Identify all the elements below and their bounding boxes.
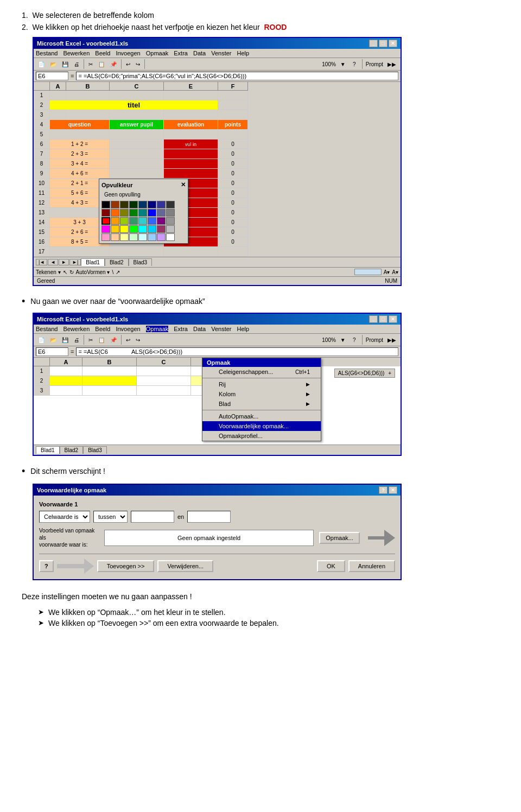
redo-btn[interactable]: ↪ (134, 59, 142, 69)
cell-f3[interactable] (218, 110, 248, 120)
cell-f5[interactable] (218, 130, 248, 139)
cell-c6[interactable] (110, 139, 164, 149)
cell-e3[interactable] (164, 110, 218, 120)
cell-question-header[interactable]: question (50, 120, 110, 130)
fill-color-btn[interactable]: A▾ (384, 269, 390, 275)
restore-btn-2[interactable]: □ (379, 315, 387, 323)
color-swatch-32[interactable] (101, 233, 110, 241)
cell-f16[interactable]: 0 (218, 237, 248, 247)
paste-btn-2[interactable]: 📌 (108, 335, 119, 345)
no-fill-option[interactable]: Geen opvulling (101, 190, 186, 199)
color-swatch-24[interactable] (101, 225, 110, 233)
color-swatch-9[interactable] (111, 209, 119, 217)
cell-a1[interactable] (50, 91, 66, 100)
restore-btn[interactable]: □ (379, 40, 387, 47)
tab-blad2-2[interactable]: Blad2 (60, 446, 84, 454)
dialog-between-select[interactable]: tussen (93, 511, 128, 523)
cell-b1[interactable] (66, 91, 110, 100)
sheet2-c3[interactable] (137, 386, 191, 396)
new-btn[interactable]: 📄 (36, 59, 47, 69)
dialog-condition-type[interactable]: Celwaarde is (39, 511, 90, 523)
dialog-value1-input[interactable] (131, 511, 174, 523)
color-swatch-6[interactable] (157, 201, 166, 208)
color-swatch-11[interactable] (129, 209, 138, 217)
sheet2-b2[interactable] (82, 376, 137, 386)
color-swatch-33[interactable] (111, 233, 119, 241)
zoom-dropdown[interactable]: ▼ (338, 59, 348, 69)
menu-bestand-1[interactable]: Bestand (36, 50, 58, 56)
close-btn[interactable]: ✕ (389, 40, 397, 47)
menu-voorwaardelijk[interactable]: Voorwaardelijke opmaak... (202, 421, 321, 431)
cell-f13[interactable]: 0 (218, 208, 248, 218)
menu-venster-2[interactable]: Venster (211, 326, 231, 332)
cell-f8[interactable]: 0 (218, 159, 248, 169)
cell-c8[interactable] (110, 159, 164, 169)
tab-blad3[interactable]: Blad3 (129, 258, 153, 266)
color-swatch-red[interactable] (101, 217, 110, 225)
menu-opmaak-2[interactable]: Opmaak (146, 326, 169, 332)
cell-answer-header[interactable]: answer pupil (110, 120, 164, 130)
sheet2-b1[interactable] (82, 366, 137, 376)
line-tool[interactable]: \ (112, 269, 113, 275)
color-swatch-1[interactable] (111, 201, 119, 208)
color-swatch-28[interactable] (138, 225, 147, 233)
dialog-ok-button[interactable]: OK (317, 560, 345, 572)
dialog-value2-input[interactable] (187, 511, 231, 523)
color-swatch-3[interactable] (129, 201, 138, 208)
sheet2-a3[interactable] (50, 386, 82, 396)
sheet2-c1[interactable] (137, 366, 191, 376)
menu-opmaakprofiel[interactable]: Opmaakprofiel... (202, 431, 321, 441)
color-swatch-25[interactable] (111, 225, 119, 233)
cell-a8[interactable]: 3 + 4 = (50, 159, 110, 169)
cell-f2[interactable] (218, 100, 248, 110)
copy-btn-2[interactable]: 📋 (96, 335, 107, 345)
menu-rij[interactable]: Rij (202, 379, 321, 389)
dialog-annuleren-button[interactable]: Annuleren (348, 560, 395, 572)
print-btn-2[interactable]: 🖨 (72, 335, 81, 345)
cell-f15[interactable]: 0 (218, 227, 248, 237)
formula-input-1[interactable]: = =ALS(C6=D6;"prima";ALS(C6=G6;"vul in";… (76, 72, 398, 80)
color-picker-close[interactable]: ✕ (181, 181, 186, 188)
color-swatch-2[interactable] (120, 201, 129, 208)
color-swatch-15[interactable] (166, 209, 175, 217)
color-swatch-38[interactable] (157, 233, 166, 241)
cell-a5[interactable] (50, 130, 110, 139)
dialog-opmaak-button[interactable]: Opmaak... (319, 532, 360, 544)
menu-bewerken-2[interactable]: Bewerken (63, 326, 90, 332)
color-swatch-0[interactable] (101, 201, 110, 208)
cell-e7[interactable] (164, 149, 218, 159)
tab-nav-last[interactable]: ►| (69, 259, 81, 265)
cell-ref-2[interactable]: E6 (36, 347, 68, 356)
color-swatch-35[interactable] (129, 233, 138, 241)
dialog-verwijderen-button[interactable]: Verwijderen... (157, 560, 213, 572)
prompt-dropdown-2[interactable]: ▶▶ (385, 335, 398, 345)
help-btn-2[interactable]: ? (350, 335, 359, 345)
menu-blad[interactable]: Blad (202, 399, 321, 409)
sheet2-a2[interactable] (50, 376, 82, 386)
print-btn[interactable]: 🖨 (72, 59, 81, 69)
menu-beeld-1[interactable]: Beeld (95, 50, 110, 56)
menu-opmaak-1[interactable]: Opmaak (146, 50, 169, 56)
cell-e17[interactable] (164, 247, 218, 257)
tab-blad3-2[interactable]: Blad3 (83, 446, 107, 454)
cell-f17[interactable] (218, 247, 248, 257)
cell-e6[interactable]: vul in (164, 139, 218, 149)
cell-f1[interactable] (218, 91, 248, 100)
minimize-btn[interactable]: _ (369, 40, 378, 47)
cut-btn[interactable]: ✂ (86, 59, 95, 69)
color-swatch-13[interactable] (148, 209, 156, 217)
cell-f10[interactable]: 0 (218, 179, 248, 188)
undo-btn[interactable]: ↩ (124, 59, 132, 69)
cell-c17[interactable] (110, 247, 164, 257)
cell-a9[interactable]: 4 + 6 = (50, 169, 110, 179)
minimize-btn-2[interactable]: _ (369, 315, 378, 323)
tab-nav-next[interactable]: ► (59, 259, 69, 265)
save-btn-2[interactable]: 💾 (60, 335, 71, 345)
cell-ref-1[interactable]: E6 (36, 72, 68, 80)
color-swatch-7[interactable] (166, 201, 175, 208)
cell-title[interactable]: titel (50, 100, 218, 110)
cell-f12[interactable]: 0 (218, 198, 248, 208)
cell-f11[interactable]: 0 (218, 188, 248, 198)
menu-invoegen-1[interactable]: Invoegen (116, 50, 140, 56)
open-btn[interactable]: 📂 (48, 59, 59, 69)
